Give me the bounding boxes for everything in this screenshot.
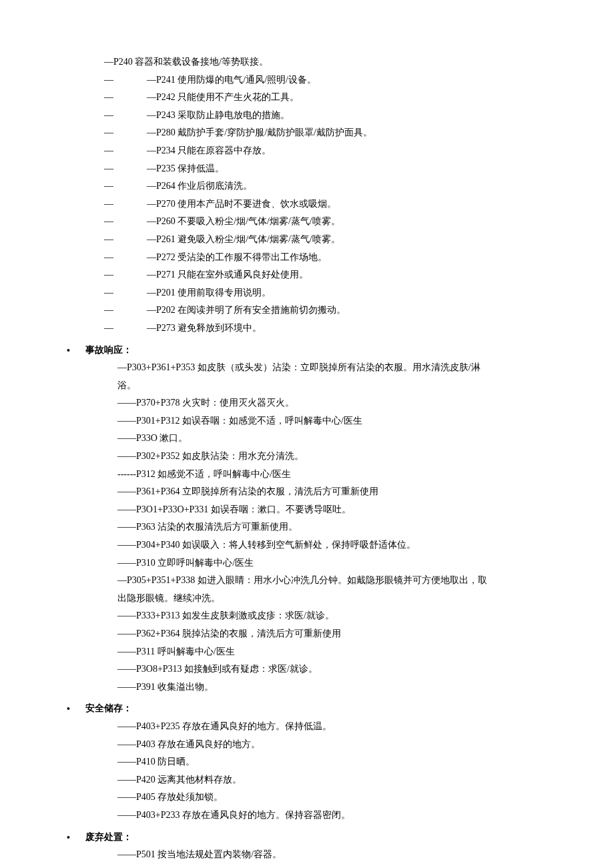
precaution-line: ——P273 避免释放到环境中。 <box>67 320 547 338</box>
response-block2-line1: —P305+P351+P338 如进入眼睛：用水小心冲洗几分钟。如戴隐形眼镜并可… <box>67 572 547 590</box>
precaution-line: ——P234 只能在原容器中存放。 <box>67 142 547 160</box>
section-disposal-title: 废弃处置： <box>85 829 132 847</box>
list-item: ——P501 按当地法规处置内装物/容器。 <box>67 846 547 864</box>
list-item: ——P3O1+P33O+P331 如误吞咽：漱口。不要诱导呕吐。 <box>67 501 547 519</box>
precaution-line: ——P271 只能在室外或通风良好处使用。 <box>67 266 547 284</box>
list-item: ——P410 防日晒。 <box>67 753 547 771</box>
dash-prefix: — <box>104 195 147 213</box>
dash-prefix: — <box>104 231 147 249</box>
precaution-line: ——P280 戴防护手套/穿防护服/戴防护眼罩/戴防护面具。 <box>67 124 547 142</box>
list-item: ——P333+P313 如发生皮肤刺激或皮疹：求医/就诊。 <box>67 607 547 625</box>
precaution-line: ——P243 采取防止静电放电的措施。 <box>67 107 547 125</box>
list-item: ——P370+P378 火灾时：使用灭火器灭火。 <box>67 394 547 412</box>
precaution-text: —P261 避免吸入粉尘/烟/气体/烟雾/蒸气/喷雾。 <box>147 234 340 244</box>
section-storage: • 安全储存： <box>67 700 547 718</box>
dash-prefix: — <box>104 213 147 231</box>
section-disposal: • 废弃处置： <box>67 829 547 847</box>
bullet-icon: • <box>67 700 85 718</box>
list-item: ——P302+P352 如皮肤沾染：用水充分清洗。 <box>67 448 547 466</box>
list-item: ——P391 收集溢出物。 <box>67 679 547 697</box>
list-item: ——P403 存放在通风良好的地方。 <box>67 736 547 754</box>
dash-prefix: — <box>104 320 147 338</box>
precaution-text: —P271 只能在室外或通风良好处使用。 <box>147 270 308 280</box>
precaution-line: ——P260 不要吸入粉尘/烟/气体/烟雾/蒸气/喷雾。 <box>67 213 547 231</box>
precaution-line: ——P264 作业后彻底清洗。 <box>67 177 547 195</box>
precaution-text: —P243 采取防止静电放电的措施。 <box>147 110 290 120</box>
precaution-list: ——P241 使用防爆的电气/通风/照明/设备。——P242 只能使用不产生火花… <box>67 71 547 338</box>
dash-prefix: — <box>104 89 147 107</box>
section-storage-title: 安全储存： <box>85 700 132 718</box>
list-item: ——P33O 漱口。 <box>67 430 547 448</box>
precaution-text: —P202 在阅读并明了所有安全措施前切勿搬动。 <box>147 305 346 315</box>
precaution-text: —P270 使用本产品时不要进食、饮水或吸烟。 <box>147 199 336 209</box>
list-item: ——P304+P340 如误吸入：将人转移到空气新鲜处，保持呼吸舒适体位。 <box>67 536 547 554</box>
bullet-icon: • <box>67 342 85 360</box>
storage-list: ——P403+P235 存放在通风良好的地方。保持低温。——P403 存放在通风… <box>67 718 547 825</box>
dash-prefix: — <box>104 160 147 178</box>
dash-prefix: — <box>104 266 147 284</box>
section-response-title: 事故响应： <box>85 342 132 360</box>
precaution-line: ——P242 只能使用不产生火花的工具。 <box>67 89 547 107</box>
list-item: ——P361+P364 立即脱掉所有沾染的衣服，清洗后方可重新使用 <box>67 483 547 501</box>
list-item: ------P312 如感觉不适，呼叫解毒中心/医生 <box>67 466 547 484</box>
dash-prefix: — <box>104 142 147 160</box>
dash-prefix: — <box>104 249 147 267</box>
precaution-text: —P280 戴防护手套/穿防护服/戴防护眼罩/戴防护面具。 <box>147 127 372 137</box>
list-item: ——P420 远离其他材料存放。 <box>67 771 547 789</box>
list-item: ——P403+P235 存放在通风良好的地方。保持低温。 <box>67 718 547 736</box>
response-block1-line1: —P303+P361+P353 如皮肤（或头发）沾染：立即脱掉所有沾染的衣服。用… <box>67 359 547 377</box>
precaution-text: —P272 受沾染的工作服不得带出工作场地。 <box>147 252 327 262</box>
dash-prefix: — <box>104 177 147 195</box>
section-response: • 事故响应： <box>67 342 547 360</box>
precaution-text: —P234 只能在原容器中存放。 <box>147 145 271 155</box>
precaution-line: ——P261 避免吸入粉尘/烟/气体/烟雾/蒸气/喷雾。 <box>67 231 547 249</box>
precaution-line: ——P235 保持低温。 <box>67 160 547 178</box>
precaution-line: ——P241 使用防爆的电气/通风/照明/设备。 <box>67 71 547 89</box>
response-list2: ——P333+P313 如发生皮肤刺激或皮疹：求医/就诊。——P362+P364… <box>67 607 547 696</box>
list-item: ——P403+P233 存放在通风良好的地方。保持容器密闭。 <box>67 807 547 825</box>
precaution-line: ——P272 受沾染的工作服不得带出工作场地。 <box>67 249 547 267</box>
precaution-first-line: —P240 容器和装载设备接地/等势联接。 <box>67 53 547 71</box>
precaution-line: ——P202 在阅读并明了所有安全措施前切勿搬动。 <box>67 302 547 320</box>
precaution-text: —P235 保持低温。 <box>147 163 224 173</box>
response-block1-line2: 浴。 <box>67 377 547 395</box>
list-item: ——P3O8+P313 如接触到或有疑虑：求医/就诊。 <box>67 661 547 679</box>
dash-prefix: — <box>104 284 147 302</box>
bullet-icon: • <box>67 829 85 847</box>
dash-prefix: — <box>104 71 147 89</box>
response-block2-line2: 出隐形眼镜。继续冲洗。 <box>67 590 547 608</box>
precaution-text: —P241 使用防爆的电气/通风/照明/设备。 <box>147 75 316 85</box>
dash-prefix: — <box>104 302 147 320</box>
disposal-list: ——P501 按当地法规处置内装物/容器。 <box>67 846 547 864</box>
precaution-text: —P201 使用前取得专用说明。 <box>147 288 271 298</box>
list-item: ——P405 存放处须加锁。 <box>67 789 547 807</box>
dash-prefix: — <box>104 107 147 125</box>
precaution-line: ——P270 使用本产品时不要进食、饮水或吸烟。 <box>67 195 547 213</box>
list-item: ——P301+P312 如误吞咽：如感觉不适，呼叫解毒中心/医生 <box>67 412 547 430</box>
precaution-text: —P260 不要吸入粉尘/烟/气体/烟雾/蒸气/喷雾。 <box>147 216 340 226</box>
dash-prefix: — <box>104 124 147 142</box>
response-list: ——P370+P378 火灾时：使用灭火器灭火。——P301+P312 如误吞咽… <box>67 394 547 572</box>
list-item: ——P311 呼叫解毒中心/医生 <box>67 643 547 661</box>
list-item: ——P362+P364 脱掉沾染的衣服，清洗后方可重新使用 <box>67 625 547 643</box>
list-item: ——P363 沾染的衣服清洗后方可重新使用。 <box>67 518 547 536</box>
list-item: ——P310 立即呼叫解毒中心/医生 <box>67 554 547 572</box>
precaution-text: —P264 作业后彻底清洗。 <box>147 181 252 191</box>
precaution-text: —P273 避免释放到环境中。 <box>147 323 262 333</box>
precaution-line: ——P201 使用前取得专用说明。 <box>67 284 547 302</box>
precaution-text: —P242 只能使用不产生火花的工具。 <box>147 92 299 102</box>
